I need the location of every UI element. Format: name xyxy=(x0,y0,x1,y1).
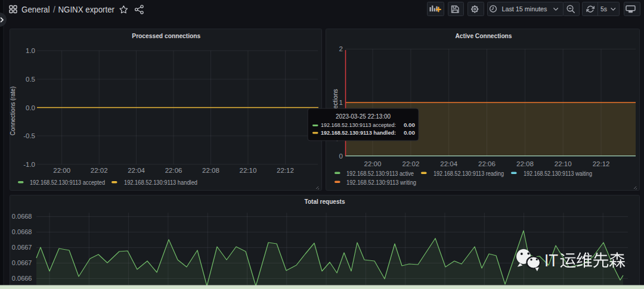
svg-text:22:12: 22:12 xyxy=(593,160,610,167)
svg-text:22:10: 22:10 xyxy=(555,160,572,167)
svg-text:22:04: 22:04 xyxy=(440,160,457,167)
svg-text:0.0667: 0.0667 xyxy=(12,259,32,266)
svg-text:-1.0: -1.0 xyxy=(23,161,35,168)
svg-text:0.0666: 0.0666 xyxy=(12,275,32,282)
svg-text:22:02: 22:02 xyxy=(91,167,108,174)
svg-text:22:06: 22:06 xyxy=(165,167,182,174)
svg-text:General: General xyxy=(21,5,50,14)
svg-text:22:00: 22:00 xyxy=(364,160,382,167)
svg-text:5s: 5s xyxy=(600,5,607,13)
svg-text:2: 2 xyxy=(339,45,343,52)
svg-text:192.168.52.130:9113 writing: 192.168.52.130:9113 writing xyxy=(346,179,416,186)
svg-text:2023-03-25 22:13:00: 2023-03-25 22:13:00 xyxy=(336,113,391,120)
svg-text:192.168.52.130:9113 handled: 192.168.52.130:9113 handled xyxy=(124,179,197,186)
svg-text:Connections (rate): Connections (rate) xyxy=(10,86,16,135)
svg-text:IT: IT xyxy=(544,251,558,270)
svg-text:22:08: 22:08 xyxy=(516,160,534,167)
svg-text:192.168.52.130:9113 accepted:: 192.168.52.130:9113 accepted: xyxy=(321,122,396,128)
svg-text:-0.5: -0.5 xyxy=(23,132,35,139)
svg-text:22:04: 22:04 xyxy=(128,167,145,174)
svg-text:0.0668: 0.0668 xyxy=(12,228,32,235)
svg-text:22:00: 22:00 xyxy=(53,167,70,174)
svg-text:22:08: 22:08 xyxy=(202,167,219,174)
svg-text:Last 15 minutes: Last 15 minutes xyxy=(502,5,547,13)
svg-text:0.0668: 0.0668 xyxy=(12,213,32,220)
svg-text:0.00: 0.00 xyxy=(404,122,416,128)
svg-text:0.0667: 0.0667 xyxy=(12,244,32,251)
svg-text:Processed connections: Processed connections xyxy=(132,32,200,39)
svg-text:Total requests: Total requests xyxy=(305,198,345,205)
svg-text:0.0: 0.0 xyxy=(26,104,35,111)
svg-text:0: 0 xyxy=(339,153,343,160)
svg-text:22:10: 22:10 xyxy=(240,167,257,174)
svg-text:NGINX exporter: NGINX exporter xyxy=(58,5,115,14)
svg-text:1: 1 xyxy=(339,99,343,106)
svg-text:22:06: 22:06 xyxy=(478,160,496,167)
svg-text:0.5: 0.5 xyxy=(26,76,35,83)
svg-text:0.00: 0.00 xyxy=(404,129,416,136)
svg-text:192.168.52.130:9113 accepted: 192.168.52.130:9113 accepted xyxy=(30,179,105,186)
svg-text:192.168.52.130:9113 handled:: 192.168.52.130:9113 handled: xyxy=(321,129,396,136)
svg-text:192.168.52.130:9113 active: 192.168.52.130:9113 active xyxy=(346,170,414,177)
svg-text:/: / xyxy=(53,5,55,14)
svg-text:1.0: 1.0 xyxy=(26,47,35,54)
svg-text:22:12: 22:12 xyxy=(277,167,294,174)
svg-text:192.168.52.130:9113 reading: 192.168.52.130:9113 reading xyxy=(434,170,504,177)
svg-text:Active Connections: Active Connections xyxy=(456,32,512,39)
svg-text:22:02: 22:02 xyxy=(402,160,420,167)
svg-text:192.168.52.130:9113 waiting: 192.168.52.130:9113 waiting xyxy=(524,170,592,177)
